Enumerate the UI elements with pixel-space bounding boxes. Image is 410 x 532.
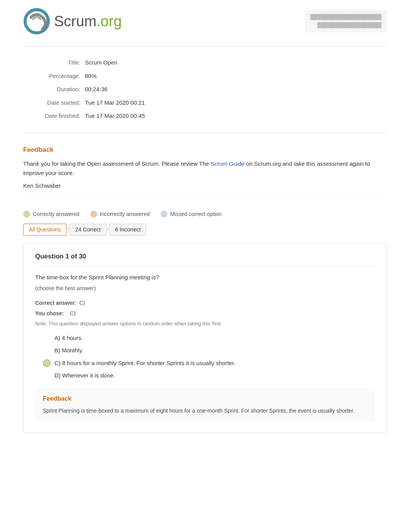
question-hint: (choose the best answer) xyxy=(35,284,375,292)
info-date-started-row: Date started: Tue 17 Mar 2020 00:21 xyxy=(23,99,387,107)
option-text-c: C) 8 hours for a monthly Sprint. For sho… xyxy=(54,359,235,368)
scrum-guide-link[interactable]: Scrum Guide xyxy=(211,160,245,167)
question-feedback: Feedback Sprint Planning is time-boxed t… xyxy=(35,388,375,421)
legend-correct-label: Correctly answered xyxy=(33,210,80,218)
title-label: Title: xyxy=(23,58,85,67)
logo: Scrum.org xyxy=(23,8,122,35)
date-finished-value: Tue 17 Mar 2020 00:45 xyxy=(85,112,145,121)
legend-incorrect: Incorrectly answered xyxy=(90,210,150,218)
option-row-d: D) Whenever it is done. xyxy=(43,371,375,380)
duration-label: Duration: xyxy=(23,85,85,94)
legend-incorrect-label: Incorrectly answered xyxy=(100,210,150,218)
info-duration-row: Duration: 00:24:36 xyxy=(23,85,387,94)
you-chose-info: You chose: C) xyxy=(35,309,375,318)
correct-answer-value: C) xyxy=(79,300,85,306)
option-text-d: D) Whenever it is done. xyxy=(54,371,115,380)
top-feedback-text: Thank you for taking the Open assessment… xyxy=(23,159,387,178)
legend-missed-label: Missed correct option xyxy=(170,210,222,218)
incorrect-label: Incorrect xyxy=(120,226,141,234)
option-row-c: C) 8 hours for a monthly Sprint. For sho… xyxy=(43,359,375,368)
percentage-label: Percentage: xyxy=(23,72,85,81)
answer-legend: Correctly answered Incorrectly answered … xyxy=(23,210,387,218)
divider-1: / xyxy=(66,226,69,233)
filter-tabs: All Questions / 24 Correct / 6 Incorrect xyxy=(23,224,387,236)
option-text-a: A) 4 hours. xyxy=(54,334,83,343)
option-indicator-b xyxy=(43,347,51,354)
question-card: Question 1 of 30 The time-box for the Sp… xyxy=(23,243,387,433)
correct-answer-label: Correct answer: xyxy=(35,300,76,306)
option-indicator-c xyxy=(43,359,51,367)
info-date-finished-row: Date finished: Tue 17 Mar 2020 00:45 xyxy=(23,112,387,121)
date-finished-label: Date finished: xyxy=(23,112,85,121)
page-header: Scrum.org ████████████████████ █████████… xyxy=(23,0,387,47)
legend-missed-dot xyxy=(161,211,168,218)
legend-missed: Missed correct option xyxy=(161,210,222,218)
option-row-a: A) 4 hours. xyxy=(43,334,375,343)
option-indicator-d xyxy=(43,372,51,379)
date-started-value: Tue 17 Mar 2020 00:21 xyxy=(85,99,145,107)
options-list: A) 4 hours.B) Monthly.C) 8 hours for a m… xyxy=(43,334,375,380)
legend-correct: Correctly answered xyxy=(23,210,80,218)
logo-text: Scrum.org xyxy=(54,10,122,32)
date-started-label: Date started: xyxy=(23,99,85,107)
info-title-row: Title: Scrum Open xyxy=(23,58,387,67)
user-info: ████████████████████ ██████████████████ xyxy=(305,10,387,32)
assessment-info: Title: Scrum Open Percentage: 80% Durati… xyxy=(23,58,387,133)
option-row-b: B) Monthly. xyxy=(43,346,375,355)
legend-correct-dot xyxy=(23,211,30,218)
correct-label: Correct xyxy=(83,226,101,234)
top-feedback-title: Feedback xyxy=(23,145,387,155)
divider-2: / xyxy=(107,226,110,233)
incorrect-count: 6 xyxy=(115,226,118,234)
tab-incorrect[interactable]: 6 Incorrect xyxy=(109,224,146,236)
answer-note: Note: This question displayed answer opt… xyxy=(35,320,375,328)
feedback-text-before: Thank you for taking the Open assessment… xyxy=(23,160,209,167)
you-chose-value: C) xyxy=(70,310,76,316)
logo-icon xyxy=(23,8,50,35)
option-indicator-a xyxy=(43,334,51,342)
question-text: The time-box for the Sprint Planning mee… xyxy=(35,273,375,282)
title-value: Scrum Open xyxy=(85,58,117,67)
top-feedback-section: Feedback Thank you for taking the Open a… xyxy=(23,145,387,199)
tab-correct[interactable]: 24 Correct xyxy=(69,224,106,236)
correct-answer-info: Correct answer: C) xyxy=(35,299,375,308)
question-feedback-title: Feedback xyxy=(43,394,367,403)
percentage-value: 80% xyxy=(85,72,97,81)
tab-all-questions[interactable]: All Questions xyxy=(23,224,66,236)
duration-value: 00:24:36 xyxy=(85,85,107,94)
question-feedback-text: Sprint Planning is time-boxed to a maxim… xyxy=(43,406,367,415)
option-text-b: B) Monthly. xyxy=(54,346,83,355)
legend-incorrect-dot xyxy=(90,211,97,218)
feedback-author: Ken Schwaber xyxy=(23,182,387,190)
info-percentage-row: Percentage: 80% xyxy=(23,72,387,81)
question-number: Question 1 of 30 xyxy=(35,252,375,267)
correct-count: 24 xyxy=(75,226,81,234)
you-chose-label: You chose: xyxy=(35,310,64,316)
